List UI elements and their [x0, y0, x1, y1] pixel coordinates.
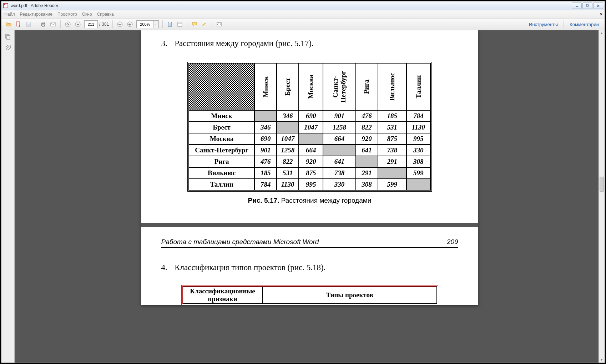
app-icon — [3, 3, 9, 9]
export-pdf-button[interactable] — [14, 20, 23, 29]
page-up-button[interactable] — [64, 20, 72, 29]
work-area: 3. Расстояния между городами (рис. 5.17)… — [1, 30, 605, 363]
row-header: Брест — [189, 122, 254, 133]
menu-view[interactable]: Просмотр — [57, 12, 77, 17]
menu-file[interactable]: Файл — [4, 12, 15, 17]
menu-window[interactable]: Окно — [82, 12, 92, 17]
table-cell: 690 — [299, 110, 323, 122]
menubar: Файл Редактирование Просмотр Окно Справк… — [1, 10, 605, 19]
table-cell: 901 — [323, 110, 355, 122]
distance-table: МинскБрестМоскваСанкт- ПетербургРигаВиль… — [187, 62, 432, 192]
table-cell: 641 — [323, 156, 355, 167]
zoom-box — [136, 20, 159, 28]
doc-close-button[interactable]: × — [600, 12, 602, 17]
svg-rect-26 — [7, 35, 10, 39]
email-button[interactable] — [49, 20, 57, 29]
table-cell: 1258 — [323, 122, 355, 133]
table-cell: 1047 — [299, 122, 323, 133]
column-header: Таллин — [406, 63, 430, 110]
print-button[interactable] — [39, 20, 47, 29]
table-cell: 330 — [406, 145, 430, 156]
vertical-scrollbar[interactable]: ▲ ▼ — [599, 30, 605, 363]
open-button[interactable] — [4, 20, 13, 29]
attachments-button[interactable] — [4, 44, 12, 52]
close-button[interactable] — [593, 2, 603, 9]
running-header: Работа с таблицами средствами Microsoft … — [161, 238, 458, 248]
table-cell: 1258 — [277, 145, 299, 156]
row-header: Минск — [189, 110, 254, 122]
window-title: word.pdf - Adobe Reader — [11, 3, 572, 8]
page-down-button[interactable] — [74, 20, 82, 29]
classification-table: Классификационные признаки Типы проектов — [181, 285, 438, 305]
svg-rect-22 — [178, 22, 182, 26]
zoom-input[interactable] — [136, 20, 153, 28]
page-number-box: / 381 — [84, 20, 109, 28]
svg-rect-10 — [42, 22, 44, 24]
svg-rect-8 — [27, 22, 30, 24]
table-cell: 920 — [299, 156, 323, 167]
table-cell: 291 — [378, 156, 406, 167]
highlight-button[interactable] — [200, 20, 209, 29]
page-viewport[interactable]: 3. Расстояния между городами (рис. 5.17)… — [15, 30, 605, 363]
maximize-button[interactable] — [582, 2, 592, 9]
scroll-down-arrow[interactable]: ▼ — [599, 357, 605, 363]
save-copy-button[interactable] — [166, 20, 174, 29]
column-header: Вильнюс — [378, 63, 406, 110]
table-cell: 738 — [378, 145, 406, 156]
table-cell: 875 — [299, 167, 323, 179]
svg-rect-3 — [587, 4, 589, 6]
menu-help[interactable]: Справка — [97, 12, 114, 17]
item-text: Классификация типов проектов (рис. 5.18)… — [175, 263, 325, 272]
table-cell: 1130 — [277, 179, 299, 190]
left-rail — [1, 30, 15, 363]
table-cell: 822 — [277, 156, 299, 167]
menu-edit[interactable]: Редактирование — [20, 12, 52, 17]
column-header: Москва — [299, 63, 323, 110]
item-number: 4. — [161, 263, 173, 272]
table-cell — [299, 133, 323, 145]
comment-button[interactable] — [190, 20, 199, 29]
toolbar: / 381 Инструменты Комментарии — [1, 19, 605, 30]
minimize-button[interactable] — [572, 2, 582, 9]
comments-link[interactable]: Комментарии — [570, 22, 599, 27]
row-header: Рига — [189, 156, 254, 167]
table-cell: 738 — [323, 167, 355, 179]
list-item-4: 4. Классификация типов проектов (рис. 5.… — [141, 263, 478, 276]
table-cell: 690 — [254, 133, 277, 145]
table-cell: 599 — [378, 179, 406, 190]
tools-link[interactable]: Инструменты — [529, 22, 558, 27]
table-cell: 476 — [254, 156, 277, 167]
table-cell: 822 — [356, 122, 378, 133]
table-cell — [406, 179, 430, 190]
page-input[interactable] — [84, 20, 98, 28]
table-cell: 291 — [356, 167, 378, 179]
read-mode-button[interactable] — [215, 20, 223, 29]
zoom-dropdown[interactable] — [153, 20, 159, 28]
table-cell: 346 — [254, 122, 277, 133]
svg-rect-2 — [586, 5, 588, 7]
table-cell — [277, 122, 299, 133]
table-cell: 995 — [299, 179, 323, 190]
table-cell: 308 — [406, 156, 430, 167]
item-number: 3. — [161, 39, 173, 48]
figure-text: Расстояния между городами — [279, 197, 371, 204]
zoom-in-button[interactable] — [126, 20, 134, 29]
save-button[interactable] — [24, 20, 33, 29]
zoom-out-button[interactable] — [116, 20, 124, 29]
scroll-up-arrow[interactable]: ▲ — [599, 30, 605, 36]
titlebar: word.pdf - Adobe Reader — [1, 1, 605, 10]
view-mode-button[interactable] — [176, 20, 184, 29]
thumbnails-button[interactable] — [4, 32, 12, 41]
table-cell: 599 — [406, 167, 430, 179]
table-cell: 476 — [356, 110, 378, 122]
column-header: Брест — [277, 63, 299, 110]
table-cell: 185 — [378, 110, 406, 122]
item-text: Расстояния между городами (рис. 5.17). — [175, 39, 313, 48]
page-gap — [141, 223, 478, 227]
scroll-thumb[interactable] — [600, 177, 604, 192]
table-cell: 664 — [299, 145, 323, 156]
table-header: Классификационные признаки — [183, 287, 263, 304]
table-cell — [356, 156, 378, 167]
table-cell: 901 — [254, 145, 277, 156]
window-buttons — [572, 2, 603, 9]
